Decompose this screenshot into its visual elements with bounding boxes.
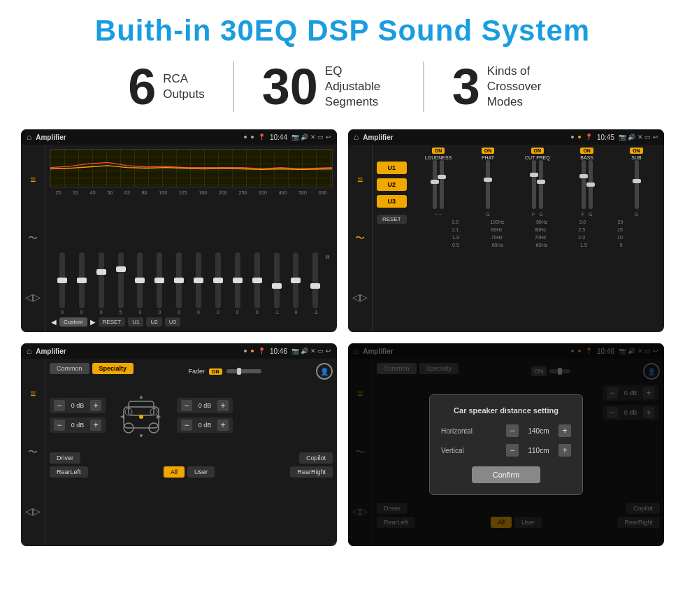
eq-track-8[interactable] bbox=[196, 252, 201, 308]
fader-plus2[interactable]: + bbox=[90, 420, 101, 431]
confirm-button[interactable]: Confirm bbox=[472, 466, 541, 483]
loudness-on: ON bbox=[432, 148, 445, 154]
bass-slider2[interactable] bbox=[589, 160, 593, 209]
horizontal-control: − 140cm + bbox=[506, 424, 571, 437]
fader-plus4[interactable]: + bbox=[217, 420, 229, 431]
amp-u1-btn[interactable]: U1 bbox=[377, 162, 407, 174]
freq-indicator17: 60Hz bbox=[492, 243, 503, 248]
eq-next[interactable]: ▶ bbox=[90, 318, 96, 326]
eq-slider-10: 0 bbox=[228, 252, 247, 315]
screen2-time: 10:45 bbox=[597, 134, 614, 141]
loudness-slider1[interactable] bbox=[433, 160, 437, 209]
fader-minus2[interactable]: − bbox=[54, 420, 65, 431]
eq-track-6[interactable] bbox=[157, 252, 162, 308]
amp-reset-btn[interactable]: RESET bbox=[377, 215, 407, 224]
eq-track-11[interactable] bbox=[254, 252, 260, 308]
sidebar-eq-icon[interactable]: ≡ bbox=[30, 174, 36, 185]
fader-on-slider[interactable] bbox=[226, 369, 261, 373]
fader-profile-icon[interactable]: 👤 bbox=[316, 363, 333, 380]
driver-btn[interactable]: Driver bbox=[50, 452, 80, 464]
screens-grid: ⌂ Amplifier 📍 10:44 📷 🔊 ✕ ▭ ↩ ≡ 〜 ◁▷ bbox=[21, 129, 664, 546]
cutfreq-slider1[interactable] bbox=[532, 160, 536, 209]
loudness-slider2[interactable] bbox=[440, 160, 444, 209]
eq-u3-btn[interactable]: U3 bbox=[165, 317, 180, 327]
copilot-btn[interactable]: Copilot bbox=[299, 452, 333, 464]
fader-plus3[interactable]: + bbox=[217, 400, 229, 411]
freq-indicator19: 1.5 bbox=[580, 243, 587, 248]
eq-track-14[interactable] bbox=[312, 252, 318, 308]
freq-320: 320 bbox=[259, 190, 267, 195]
eq-main: 25 32 40 50 63 80 100 125 160 200 250 32… bbox=[45, 145, 337, 332]
vertical-minus[interactable]: − bbox=[506, 444, 519, 457]
eq-track-7[interactable] bbox=[176, 252, 182, 308]
amp-u3-btn[interactable]: U3 bbox=[377, 195, 407, 208]
horizontal-plus[interactable]: + bbox=[558, 424, 571, 437]
fader-minus1[interactable]: − bbox=[54, 400, 65, 411]
horizontal-minus[interactable]: − bbox=[506, 424, 519, 437]
phat-slider[interactable] bbox=[486, 160, 490, 209]
horizontal-label: Horizontal bbox=[441, 427, 483, 435]
vertical-plus[interactable]: + bbox=[558, 444, 571, 457]
amp-cutfreq: ON CUT FREQ F G bbox=[514, 148, 561, 217]
sidebar-wave-icon[interactable]: 〜 bbox=[28, 232, 38, 245]
eq-track-4[interactable] bbox=[118, 252, 124, 308]
status-icons3: 📍 bbox=[258, 348, 266, 354]
eq-track-13[interactable] bbox=[293, 252, 298, 308]
eq-track-9[interactable] bbox=[215, 252, 221, 308]
eq-track-2[interactable] bbox=[79, 252, 85, 308]
sidebar-eq-icon3[interactable]: ≡ bbox=[30, 388, 36, 399]
bass-slider1[interactable] bbox=[582, 160, 586, 209]
modal-title: Car speaker distance setting bbox=[441, 406, 571, 415]
eq-track-10[interactable] bbox=[235, 252, 240, 308]
all-btn[interactable]: All bbox=[164, 466, 185, 478]
eq-reset-btn[interactable]: RESET bbox=[99, 317, 126, 327]
screen1-time: 10:44 bbox=[270, 134, 287, 141]
screen3-statusbar: ⌂ Amplifier 📍 10:46 📷 🔊 ✕ ▭ ↩ bbox=[21, 343, 337, 359]
user-btn[interactable]: User bbox=[187, 466, 215, 478]
distance-modal: Car speaker distance setting Horizontal … bbox=[429, 394, 583, 495]
rearleft-btn[interactable]: RearLeft bbox=[50, 466, 88, 478]
stat-label-eq: EQ AdjustableSegments bbox=[325, 64, 395, 110]
sidebar-wave-icon3[interactable]: 〜 bbox=[28, 446, 38, 459]
sidebar-vol-icon3[interactable]: ◁▷ bbox=[25, 506, 41, 517]
eq-slider-2: 0 bbox=[72, 252, 92, 315]
rearright-btn[interactable]: RearRight bbox=[290, 466, 333, 478]
freq-250: 250 bbox=[239, 190, 247, 195]
fader-minus3[interactable]: − bbox=[181, 400, 192, 411]
common-tab[interactable]: Common bbox=[50, 363, 89, 374]
page-wrapper: Buith-in 30EQ DSP Sound System 6 RCAOutp… bbox=[0, 0, 685, 560]
home-icon[interactable]: ⌂ bbox=[27, 132, 31, 142]
eq-slider-13: 0 bbox=[287, 252, 306, 315]
eq-custom-btn[interactable]: Custom bbox=[59, 317, 87, 327]
eq-chart-grid bbox=[50, 150, 332, 187]
status-dot3 bbox=[571, 136, 574, 138]
fader-main: Common Specialty Fader ON 👤 bbox=[45, 359, 337, 546]
eq-u2-btn[interactable]: U2 bbox=[146, 317, 161, 327]
cutfreq-slider2[interactable] bbox=[539, 160, 543, 209]
fader-on-badge: ON bbox=[209, 368, 222, 375]
eq-track-5[interactable] bbox=[137, 252, 143, 308]
sidebar-vol-icon[interactable]: ◁▷ bbox=[25, 292, 41, 303]
screen3-sidebar: ≡ 〜 ◁▷ bbox=[21, 359, 45, 546]
amp-u2-btn[interactable]: U2 bbox=[377, 178, 407, 191]
freq-indicator20: 5 bbox=[620, 243, 623, 248]
eq-prev[interactable]: ◀ bbox=[51, 318, 57, 326]
eq-track-3[interactable] bbox=[99, 252, 104, 308]
amp-main: U1 U2 U3 RESET ON LOUDNESS bbox=[373, 145, 664, 332]
sidebar-eq-icon2[interactable]: ≡ bbox=[357, 174, 363, 185]
home-icon3[interactable]: ⌂ bbox=[27, 346, 31, 356]
eq-more-icon[interactable]: » bbox=[325, 252, 330, 262]
fader-plus1[interactable]: + bbox=[90, 400, 101, 411]
eq-track-1[interactable] bbox=[59, 252, 65, 308]
fader-db-row1: − 0 dB + bbox=[50, 398, 106, 413]
sidebar-wave-icon2[interactable]: 〜 bbox=[355, 232, 365, 245]
home-icon2[interactable]: ⌂ bbox=[354, 132, 359, 142]
svg-text:▶: ▶ bbox=[157, 413, 161, 420]
status-icons2b: 📷 🔊 ✕ ▭ ↩ bbox=[619, 134, 658, 141]
specialty-tab[interactable]: Specialty bbox=[92, 363, 134, 374]
fader-minus4[interactable]: − bbox=[181, 420, 192, 431]
eq-u1-btn[interactable]: U1 bbox=[128, 317, 143, 327]
sub-slider[interactable] bbox=[635, 160, 639, 209]
sidebar-vol-icon2[interactable]: ◁▷ bbox=[352, 292, 368, 303]
eq-track-12[interactable] bbox=[274, 252, 280, 308]
